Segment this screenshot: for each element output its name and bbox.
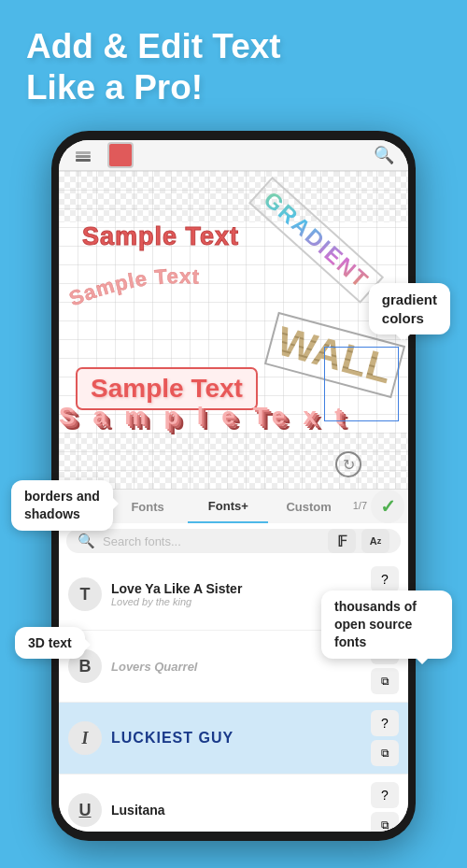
svg-text:Sample Text: Sample Text bbox=[66, 264, 201, 311]
check-button[interactable]: ✓ bbox=[371, 490, 404, 523]
sample-text-2-svg: Sample Text bbox=[64, 255, 297, 316]
header-line2: Like a Pro! bbox=[26, 68, 203, 107]
font-icon-3: U bbox=[68, 793, 102, 827]
font-name-2: LUCKIEST GUY bbox=[111, 730, 361, 747]
font-name-1: Lovers Quarrel bbox=[111, 660, 361, 674]
rotation-handle[interactable]: ↻ bbox=[335, 451, 361, 477]
svg-rect-2 bbox=[76, 159, 91, 162]
tooltip-gradient: gradient colors bbox=[369, 283, 450, 334]
font-name-3: Lusitana bbox=[111, 803, 361, 818]
action-question-3[interactable]: ? bbox=[371, 782, 399, 808]
tooltip-fonts: thousands of open source fonts bbox=[321, 591, 452, 659]
action-copy-2[interactable]: ⧉ bbox=[371, 740, 399, 766]
svg-rect-1 bbox=[76, 155, 91, 158]
font-icon-0: T bbox=[68, 577, 102, 611]
svg-rect-0 bbox=[76, 151, 91, 154]
color-swatch[interactable] bbox=[107, 142, 134, 168]
font-icon-2: I bbox=[68, 721, 102, 755]
sample-text-3d: S a m p l e Te x t bbox=[59, 402, 348, 431]
font-row-3[interactable]: U Lusitana ? ⧉ bbox=[59, 775, 408, 832]
translate-btn[interactable]: Az bbox=[361, 529, 389, 553]
font-row-2[interactable]: I LUCKIEST GUY ? ⧉ bbox=[59, 703, 408, 775]
action-copy-3[interactable]: ⧉ bbox=[371, 812, 399, 832]
tooltip-borders: borders and shadows bbox=[11, 480, 113, 531]
search-placeholder: Search fonts... bbox=[103, 534, 181, 548]
page-indicator: 1/7 bbox=[353, 500, 367, 512]
action-question-2[interactable]: ? bbox=[371, 710, 399, 736]
tab-custom[interactable]: Custom bbox=[268, 490, 348, 523]
tab-fonts-plus[interactable]: Fonts+ bbox=[188, 490, 268, 523]
header-line1: Add & Edit Text bbox=[26, 27, 281, 65]
canvas-area[interactable]: Sample Text Sample Text ≡ Sample Text S … bbox=[59, 171, 408, 489]
font-style-btn[interactable]: 𝔽 bbox=[328, 529, 356, 553]
tooltip-3d: 3D text bbox=[15, 627, 85, 659]
top-toolbar: 🔍 bbox=[59, 140, 408, 171]
action-question-0[interactable]: ? bbox=[371, 566, 399, 592]
header: Add & Edit Text Like a Pro! bbox=[26, 26, 281, 107]
search-icon-small: 🔍 bbox=[78, 533, 95, 549]
action-copy-1[interactable]: ⧉ bbox=[371, 668, 399, 694]
sample-text-1: Sample Text bbox=[82, 222, 239, 251]
search-icon[interactable]: 🔍 bbox=[369, 140, 399, 170]
layers-icon[interactable] bbox=[68, 140, 98, 170]
search-bar[interactable]: 🔍 Search fonts... 𝔽 Az bbox=[66, 529, 401, 553]
